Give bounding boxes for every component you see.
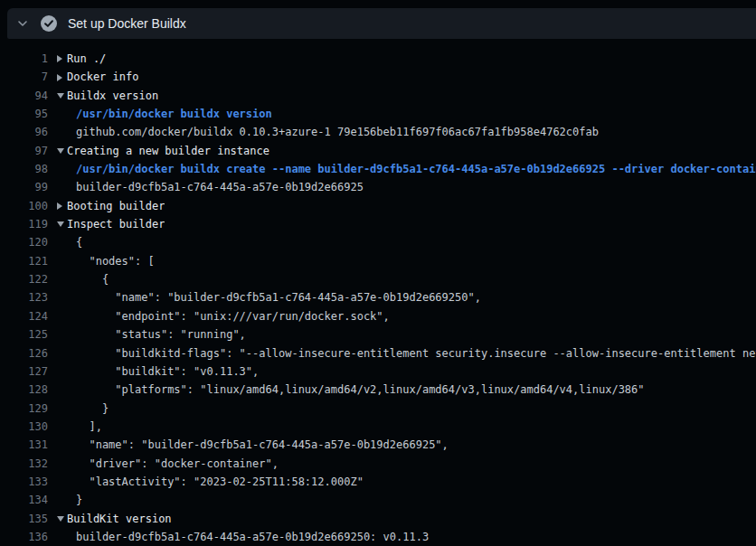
triangle-right-icon[interactable] bbox=[57, 202, 67, 210]
line-number-link[interactable]: 97 bbox=[0, 142, 48, 160]
group-title: Inspect builder bbox=[67, 215, 165, 233]
line-number-link[interactable]: 123 bbox=[0, 288, 48, 306]
log-line: 124 "endpoint": "unix:///var/run/docker.… bbox=[0, 307, 756, 325]
log-group-row[interactable]: 97Creating a new builder instance bbox=[0, 142, 756, 160]
log-line: 121 "nodes": [ bbox=[0, 252, 756, 270]
line-number-link[interactable]: 129 bbox=[0, 400, 48, 418]
step-header[interactable]: Set up Docker Buildx bbox=[7, 8, 756, 39]
log-line: 127 "buildkit": "v0.11.3", bbox=[0, 362, 756, 381]
log-text: "name": "builder-d9cfb5a1-c764-445a-a57e… bbox=[76, 288, 481, 306]
triangle-down-icon[interactable] bbox=[57, 221, 67, 227]
line-number-link[interactable]: 132 bbox=[0, 455, 48, 473]
log-line: 133 "lastActivity": "2023-02-25T11:58:12… bbox=[0, 473, 756, 491]
group-title: BuildKit version bbox=[67, 510, 172, 528]
log-line: 99builder-d9cfb5a1-c764-445a-a57e-0b19d2… bbox=[0, 178, 756, 196]
step-title: Set up Docker Buildx bbox=[68, 16, 186, 31]
line-number-link[interactable]: 126 bbox=[0, 344, 48, 362]
log-group-row[interactable]: 94Buildx version bbox=[0, 87, 756, 105]
log-text: github.com/docker/buildx 0.10.3+azure-1 … bbox=[76, 123, 599, 141]
line-number-link[interactable]: 96 bbox=[0, 123, 48, 141]
log-text: "buildkitd-flags": "--allow-insecure-ent… bbox=[76, 344, 756, 362]
line-number-link[interactable]: 134 bbox=[0, 491, 48, 509]
log-text: "name": "builder-d9cfb5a1-c764-445a-a57e… bbox=[76, 436, 449, 454]
triangle-glyph bbox=[57, 74, 62, 81]
line-number-link[interactable]: 95 bbox=[0, 105, 48, 123]
triangle-glyph bbox=[57, 55, 62, 62]
log-line: 129 } bbox=[0, 400, 756, 418]
log-line: 134} bbox=[0, 491, 756, 509]
log-text: builder-d9cfb5a1-c764-445a-a57e-0b19d2e6… bbox=[76, 528, 429, 546]
log-group-row[interactable]: 100Booting builder bbox=[0, 197, 756, 215]
group-title: Creating a new builder instance bbox=[67, 142, 269, 160]
line-number-link[interactable]: 122 bbox=[0, 270, 48, 288]
triangle-down-icon[interactable] bbox=[57, 93, 67, 99]
chevron-down-icon[interactable] bbox=[16, 17, 29, 30]
triangle-glyph bbox=[57, 93, 64, 99]
log-text: "nodes": [ bbox=[76, 252, 155, 270]
log-text: "endpoint": "unix:///var/run/docker.sock… bbox=[76, 307, 390, 325]
log-line: 132 "driver": "docker-container", bbox=[0, 455, 756, 473]
log-line: 126 "buildkitd-flags": "--allow-insecure… bbox=[0, 344, 756, 362]
log-text: { bbox=[76, 270, 109, 288]
log-line: 131 "name": "builder-d9cfb5a1-c764-445a-… bbox=[0, 436, 756, 454]
command-text: /usr/bin/docker buildx create --name bui… bbox=[76, 160, 756, 178]
line-number-link[interactable]: 99 bbox=[0, 178, 48, 196]
log-line: 122 { bbox=[0, 270, 756, 288]
log-line: 128 "platforms": "linux/amd64,linux/amd6… bbox=[0, 381, 756, 399]
log-text: "platforms": "linux/amd64,linux/amd64/v2… bbox=[76, 381, 645, 399]
line-number-link[interactable]: 135 bbox=[0, 510, 48, 528]
line-number-link[interactable]: 100 bbox=[0, 197, 48, 215]
group-title: Buildx version bbox=[67, 87, 158, 105]
line-number-link[interactable]: 131 bbox=[0, 436, 48, 454]
triangle-glyph bbox=[57, 202, 62, 210]
line-number-link[interactable]: 124 bbox=[0, 307, 48, 325]
triangle-glyph bbox=[57, 221, 64, 227]
log-text: "driver": "docker-container", bbox=[76, 455, 279, 473]
line-number-link[interactable]: 127 bbox=[0, 362, 48, 381]
triangle-down-icon[interactable] bbox=[57, 516, 67, 522]
line-number-link[interactable]: 7 bbox=[0, 68, 48, 86]
line-number-link[interactable]: 125 bbox=[0, 325, 48, 344]
log-text: } bbox=[76, 491, 82, 509]
log-line: 136builder-d9cfb5a1-c764-445a-a57e-0b19d… bbox=[0, 528, 756, 546]
log-line: 130 ], bbox=[0, 418, 756, 436]
log-line: 96github.com/docker/buildx 0.10.3+azure-… bbox=[0, 123, 756, 141]
triangle-glyph bbox=[57, 148, 64, 154]
line-number-link[interactable]: 119 bbox=[0, 215, 48, 233]
check-circle-icon bbox=[41, 15, 57, 32]
log-text: builder-d9cfb5a1-c764-445a-a57e-0b19d2e6… bbox=[76, 178, 364, 196]
line-number-link[interactable]: 98 bbox=[0, 160, 48, 178]
log-line: 120{ bbox=[0, 233, 756, 251]
log-line: 125 "status": "running", bbox=[0, 325, 756, 344]
triangle-right-icon[interactable] bbox=[57, 74, 67, 81]
line-number-link[interactable]: 94 bbox=[0, 87, 48, 105]
log-group-row[interactable]: 135BuildKit version bbox=[0, 510, 756, 528]
line-number-link[interactable]: 130 bbox=[0, 418, 48, 436]
log-text: ], bbox=[76, 418, 102, 436]
line-number-link[interactable]: 128 bbox=[0, 381, 48, 399]
log-group-row[interactable]: 119Inspect builder bbox=[0, 215, 756, 233]
triangle-down-icon[interactable] bbox=[57, 148, 67, 154]
group-title: Docker info bbox=[67, 68, 138, 86]
command-text: /usr/bin/docker buildx version bbox=[76, 105, 272, 123]
line-number-link[interactable]: 120 bbox=[0, 233, 48, 251]
log-text: "buildkit": "v0.11.3", bbox=[76, 362, 259, 381]
log-group-row[interactable]: 7Docker info bbox=[0, 68, 756, 86]
log-text: "status": "running", bbox=[76, 325, 246, 344]
line-number-link[interactable]: 136 bbox=[0, 528, 48, 546]
group-title: Run ./ bbox=[67, 50, 106, 68]
triangle-right-icon[interactable] bbox=[57, 55, 67, 62]
log-line: 98/usr/bin/docker buildx create --name b… bbox=[0, 160, 756, 178]
line-number-link[interactable]: 121 bbox=[0, 252, 48, 270]
line-number-link[interactable]: 1 bbox=[0, 50, 48, 68]
log-line: 95/usr/bin/docker buildx version bbox=[0, 105, 756, 123]
log-text: { bbox=[76, 233, 82, 251]
group-title: Booting builder bbox=[67, 197, 165, 215]
log-container: 1Run ./7Docker info94Buildx version95/us… bbox=[0, 39, 756, 546]
log-group-row[interactable]: 1Run ./ bbox=[0, 50, 756, 68]
log-text: "lastActivity": "2023-02-25T11:58:12.000… bbox=[76, 473, 364, 491]
log-line: 123 "name": "builder-d9cfb5a1-c764-445a-… bbox=[0, 288, 756, 306]
triangle-glyph bbox=[57, 516, 64, 522]
log-text: } bbox=[76, 400, 109, 418]
line-number-link[interactable]: 133 bbox=[0, 473, 48, 491]
